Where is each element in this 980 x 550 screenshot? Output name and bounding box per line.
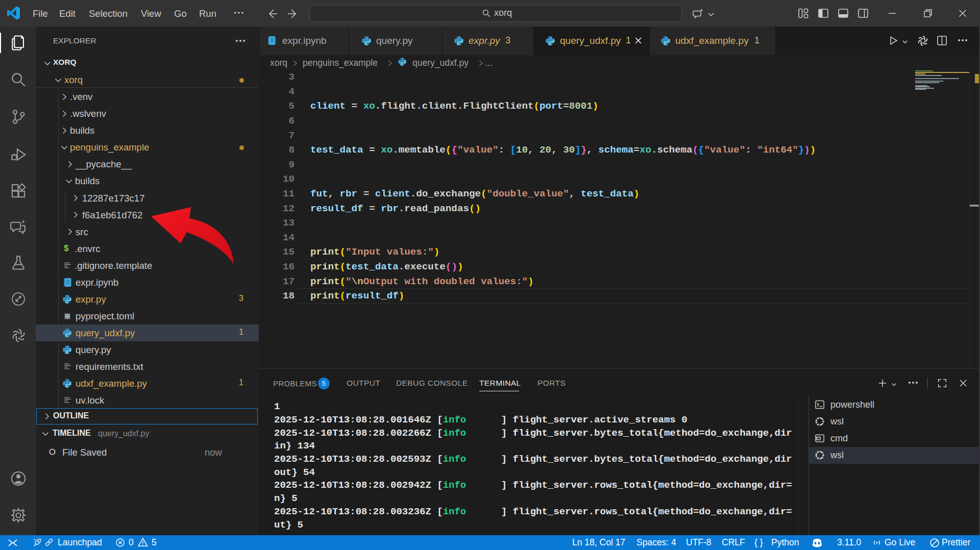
svg-text:C:\: C:\: [817, 437, 821, 440]
